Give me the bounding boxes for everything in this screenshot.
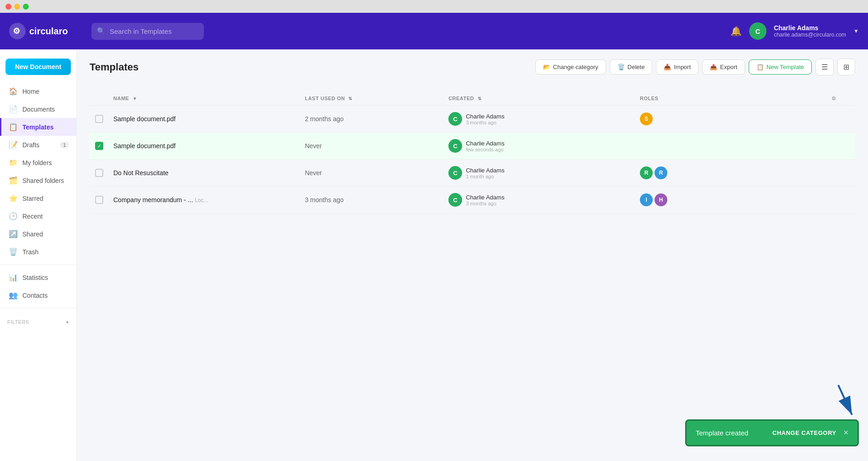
creator-avatar: C <box>448 193 462 207</box>
layout: New Document 🏠 Home 📄 Documents 📋 Templa… <box>0 49 868 461</box>
name-col-header[interactable]: NAME ▼ <box>113 96 305 102</box>
search-icon: 🔍 <box>97 27 106 35</box>
page-title: Templates <box>90 61 138 73</box>
sidebar-item-starred[interactable]: ⭐ Starred <box>0 189 76 207</box>
table-header: NAME ▼ LAST USED ON ⇅ CREATED ⇅ ROLES ⚙ <box>90 92 855 106</box>
sidebar-item-label: Shared <box>22 230 43 238</box>
sidebar-item-label: Recent <box>22 213 43 220</box>
template-name: Sample document.pdf <box>113 115 305 123</box>
template-name: Do Not Resuscitate <box>113 169 305 177</box>
toast-message: Template created <box>696 429 765 437</box>
recent-icon: 🕒 <box>9 212 18 220</box>
sidebar-item-label: Trash <box>22 248 38 256</box>
toast-close-button[interactable]: × <box>843 428 848 438</box>
my-folders-icon: 📁 <box>9 158 18 167</box>
app-name: circularo <box>29 26 68 37</box>
sidebar-item-label: Contacts <box>22 292 48 299</box>
add-filter-icon[interactable]: + <box>66 319 69 325</box>
creator-avatar: C <box>448 166 462 180</box>
sidebar-item-contacts[interactable]: 👥 Contacts <box>0 286 76 304</box>
trash-icon: 🗑️ <box>9 247 18 256</box>
row-checkbox[interactable]: ✓ <box>95 142 103 150</box>
creator-time: few seconds ago <box>466 147 505 152</box>
sidebar-item-trash[interactable]: 🗑️ Trash <box>0 243 76 261</box>
delete-button[interactable]: 🗑️ Delete <box>610 59 653 75</box>
toast-notification: Template created CHANGE CATEGORY × <box>685 419 859 446</box>
import-button[interactable]: 📥 Import <box>656 59 698 75</box>
template-name: Company memorandum - ... Loc... <box>113 196 305 204</box>
creator-info: Charlie Adams 1 month ago <box>466 167 505 179</box>
creator-cell: C Charlie Adams 1 month ago <box>448 166 640 180</box>
last-used-value: 3 months ago <box>305 196 448 204</box>
new-template-button[interactable]: 📋 New Template <box>749 59 812 75</box>
settings-col-header[interactable]: ⚙ <box>831 96 850 102</box>
notifications-icon[interactable]: 🔔 <box>730 26 742 37</box>
last-used-value: Never <box>305 169 448 177</box>
export-button[interactable]: 📤 Export <box>702 59 745 75</box>
minimize-window-btn[interactable] <box>14 4 20 10</box>
table-row[interactable]: Do Not Resuscitate Never C Charlie Adams… <box>90 160 855 187</box>
sidebar-item-label: Documents <box>22 106 55 113</box>
delete-icon: 🗑️ <box>618 64 625 70</box>
new-document-button[interactable]: New Document <box>5 59 71 75</box>
sidebar-item-templates[interactable]: 📋 Templates <box>0 118 76 136</box>
user-dropdown-icon[interactable]: ▼ <box>853 28 859 34</box>
table-row[interactable]: Sample document.pdf 2 months ago C Charl… <box>90 106 855 133</box>
change-category-button[interactable]: 📂 Change category <box>535 59 606 75</box>
sidebar: New Document 🏠 Home 📄 Documents 📋 Templa… <box>0 49 77 461</box>
filters-label: FILTERS <box>7 319 29 325</box>
row-checkbox[interactable] <box>95 196 103 204</box>
roles-cell: S <box>640 113 831 125</box>
sidebar-item-label: My folders <box>22 159 52 166</box>
row-checkbox[interactable] <box>95 115 103 123</box>
arrow-indicator <box>831 383 859 419</box>
name-sort-icon[interactable]: ▼ <box>133 96 137 101</box>
sidebar-divider-2 <box>0 308 76 308</box>
statistics-icon: 📊 <box>9 273 18 282</box>
role-badge: R <box>640 166 653 179</box>
last-used-sort-icon[interactable]: ⇅ <box>348 96 352 101</box>
search-input[interactable] <box>91 23 204 40</box>
topbar-right: 🔔 C Charlie Adams charlie.adams@circular… <box>730 22 859 40</box>
sidebar-item-drafts[interactable]: 📝 Drafts 1 <box>0 136 76 154</box>
sidebar-item-shared-folders[interactable]: 🗂️ Shared folders <box>0 172 76 189</box>
close-window-btn[interactable] <box>5 4 11 10</box>
sidebar-item-home[interactable]: 🏠 Home <box>0 82 76 100</box>
row-checkbox[interactable] <box>95 169 103 177</box>
creator-cell: C Charlie Adams few seconds ago <box>448 139 640 153</box>
import-icon: 📥 <box>664 64 671 70</box>
maximize-window-btn[interactable] <box>23 4 29 10</box>
creator-cell: C Charlie Adams 3 months ago <box>448 112 640 126</box>
drafts-icon: 📝 <box>9 140 18 149</box>
checkbox-header <box>95 96 113 102</box>
contacts-icon: 👥 <box>9 291 18 300</box>
table-row[interactable]: ✓ Sample document.pdf Never C Charlie Ad… <box>90 133 855 160</box>
filters-section: FILTERS + <box>0 312 76 327</box>
creator-info: Charlie Adams few seconds ago <box>466 140 505 152</box>
svg-line-3 <box>838 385 852 415</box>
table-row[interactable]: Company memorandum - ... Loc... 3 months… <box>90 187 855 214</box>
last-used-col-header[interactable]: LAST USED ON ⇅ <box>305 96 448 102</box>
logo: ⚙ circularo <box>9 23 82 39</box>
created-sort-icon[interactable]: ⇅ <box>478 96 482 101</box>
role-badge: R <box>655 166 667 179</box>
toolbar: 📂 Change category 🗑️ Delete 📥 Import 📤 E… <box>535 59 855 75</box>
logo-icon: ⚙ <box>9 23 26 39</box>
roles-cell: I H <box>640 193 831 206</box>
creator-info: Charlie Adams 3 months ago <box>466 194 505 206</box>
home-icon: 🏠 <box>9 87 18 96</box>
toast-action-button[interactable]: CHANGE CATEGORY <box>772 429 836 436</box>
creator-avatar: C <box>448 112 462 126</box>
creator-info: Charlie Adams 3 months ago <box>466 113 505 125</box>
sidebar-item-shared[interactable]: ↗️ Shared <box>0 225 76 243</box>
sidebar-item-documents[interactable]: 📄 Documents <box>0 100 76 118</box>
created-col-header[interactable]: CREATED ⇅ <box>448 96 640 102</box>
export-icon: 📤 <box>710 64 717 70</box>
sidebar-item-my-folders[interactable]: 📁 My folders <box>0 154 76 172</box>
settings-icon[interactable]: ⚙ <box>831 96 836 101</box>
sidebar-item-recent[interactable]: 🕒 Recent <box>0 207 76 225</box>
drafts-badge: 1 <box>60 142 69 148</box>
list-view-button[interactable]: ☰ <box>815 59 834 75</box>
grid-view-button[interactable]: ⊞ <box>837 59 855 75</box>
sidebar-item-statistics[interactable]: 📊 Statistics <box>0 268 76 286</box>
